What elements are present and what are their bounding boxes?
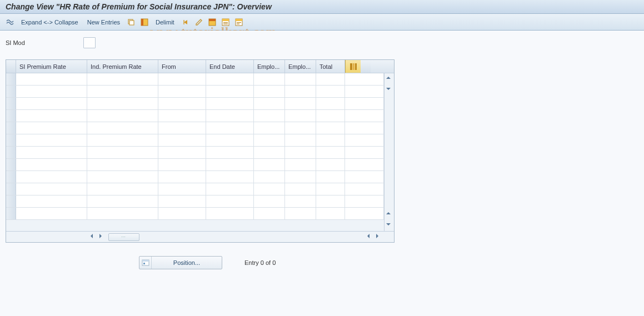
scroll-right-icon[interactable]	[97, 233, 106, 242]
svg-rect-3	[141, 19, 143, 26]
save-variant-icon[interactable]	[221, 17, 231, 27]
undo-icon[interactable]	[181, 17, 191, 27]
svg-rect-5	[209, 19, 216, 21]
change-icon[interactable]	[194, 17, 204, 27]
svg-rect-18	[142, 260, 149, 262]
table-row[interactable]	[6, 159, 384, 171]
row-selector[interactable]	[6, 171, 16, 183]
scroll-right-icon[interactable]	[374, 233, 383, 242]
display-toggle-icon[interactable]	[5, 17, 15, 27]
print-icon[interactable]	[234, 17, 244, 27]
row-selector[interactable]	[6, 183, 16, 195]
app-toolbar: Expand <-> Collapse New Entries Delimit	[0, 14, 644, 31]
vscroll-head	[361, 60, 371, 73]
entry-status: Entry 0 of 0	[244, 259, 276, 266]
configure-columns-button[interactable]	[345, 60, 361, 73]
svg-rect-1	[129, 21, 134, 25]
svg-rect-7	[222, 19, 229, 21]
svg-rect-11	[236, 19, 242, 21]
new-entries-button[interactable]: New Entries	[84, 18, 123, 27]
row-selector[interactable]	[6, 134, 16, 146]
page-title: Change View "HR Rate of Premium for Soci…	[0, 0, 644, 14]
vertical-scrollbar[interactable]	[384, 73, 394, 231]
position-label: Position...	[152, 259, 222, 266]
svg-rect-19	[143, 263, 145, 264]
row-selector[interactable]	[6, 110, 16, 122]
content-area: SI Mod SI Premium Rate Ind. Premium Rate…	[0, 31, 644, 316]
col-head-total[interactable]: Total	[316, 60, 345, 73]
copy-icon[interactable]	[126, 17, 136, 27]
row-selector[interactable]	[6, 86, 16, 97]
select-all-icon[interactable]	[207, 17, 217, 27]
svg-rect-12	[237, 22, 241, 23]
scroll-up-icon[interactable]	[385, 74, 394, 83]
svg-rect-13	[237, 23, 239, 24]
scroll-down-icon[interactable]	[385, 86, 394, 94]
expand-collapse-button[interactable]: Expand <-> Collapse	[18, 18, 82, 27]
bottom-bar: Position... Entry 0 of 0	[6, 256, 638, 269]
svg-rect-14	[350, 63, 352, 70]
col-head-si-premium-rate[interactable]: SI Premium Rate	[16, 60, 87, 73]
row-selector[interactable]	[6, 73, 16, 85]
svg-rect-8	[223, 22, 228, 23]
select-all-rows-icon[interactable]	[139, 17, 149, 27]
table-header: SI Premium Rate Ind. Premium Rate From E…	[6, 60, 394, 73]
table-row[interactable]	[6, 171, 384, 183]
table-row[interactable]	[6, 147, 384, 159]
row-selector[interactable]	[6, 98, 16, 109]
row-selector[interactable]	[6, 122, 16, 134]
svg-rect-9	[223, 23, 228, 24]
col-head-employee[interactable]: Emplo...	[285, 60, 316, 73]
row-selector[interactable]	[6, 147, 16, 158]
horizontal-scrollbar[interactable]: ⋯	[6, 231, 394, 242]
svg-rect-15	[353, 63, 355, 70]
table-row[interactable]	[6, 98, 384, 110]
table-row[interactable]	[6, 208, 384, 220]
table-body	[6, 73, 394, 231]
col-head-employer[interactable]: Emplo...	[254, 60, 285, 73]
scroll-left-icon[interactable]	[365, 233, 374, 242]
premium-rate-table: SI Premium Rate Ind. Premium Rate From E…	[6, 59, 395, 243]
title-text: Change View "HR Rate of Premium for Soci…	[6, 2, 272, 11]
scroll-down-icon[interactable]	[385, 221, 394, 230]
svg-rect-16	[355, 63, 357, 70]
position-button[interactable]: Position...	[139, 256, 222, 269]
table-rows	[6, 73, 384, 231]
position-icon	[139, 257, 152, 269]
table-row[interactable]	[6, 195, 384, 208]
table-row[interactable]	[6, 110, 384, 122]
row-selector-header[interactable]	[6, 60, 16, 73]
si-mod-input[interactable]	[83, 37, 96, 48]
col-head-ind-premium-rate[interactable]: Ind. Premium Rate	[87, 60, 158, 73]
scroll-left-icon[interactable]	[88, 233, 97, 242]
si-mod-field-row: SI Mod	[6, 37, 638, 48]
col-head-end-date[interactable]: End Date	[206, 60, 254, 73]
row-selector[interactable]	[6, 159, 16, 170]
delimit-button[interactable]: Delimit	[152, 18, 178, 27]
table-row[interactable]	[6, 134, 384, 147]
table-row[interactable]	[6, 86, 384, 98]
table-row[interactable]	[6, 73, 384, 86]
si-mod-label: SI Mod	[6, 39, 78, 46]
row-selector[interactable]	[6, 195, 16, 207]
scroll-up-icon[interactable]	[385, 210, 394, 219]
col-head-from[interactable]: From	[158, 60, 206, 73]
table-row[interactable]	[6, 183, 384, 195]
table-row[interactable]	[6, 122, 384, 134]
hscroll-thumb[interactable]: ⋯	[108, 233, 139, 241]
row-selector[interactable]	[6, 208, 16, 219]
